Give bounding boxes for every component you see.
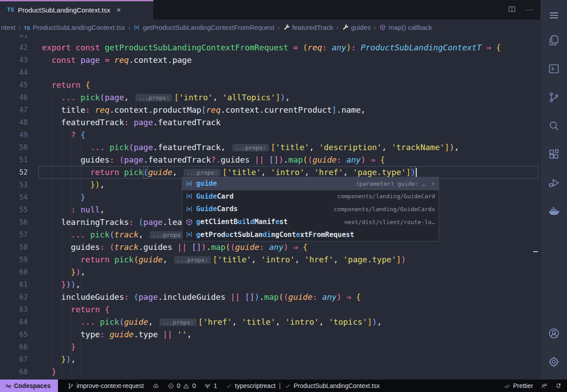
code-line-59[interactable]: 59 return pick(guide, ...props:['title',… — [0, 253, 540, 266]
line-number[interactable]: 50 — [0, 141, 28, 154]
line-number[interactable]: 41 — [0, 35, 28, 41]
token: ?. — [211, 154, 221, 166]
codespaces-badge[interactable]: ><Codespaces — [0, 380, 58, 392]
close-tab-icon[interactable]: × — [116, 6, 121, 14]
line-number[interactable]: 43 — [0, 54, 28, 66]
tab-productsublandingcontext[interactable]: TS ProductSubLandingContext.tsx × — [0, 0, 153, 20]
language-status[interactable]: typescriptreact|ProductSubLandingContext… — [226, 382, 380, 389]
line-number[interactable]: 51 — [0, 154, 28, 166]
line-number[interactable]: 63 — [0, 303, 28, 316]
token — [173, 241, 177, 253]
code-line-46[interactable]: 46 ... pick(page, ...props:['intro', 'al… — [0, 91, 540, 104]
code-line-47[interactable]: 47 title: req.context.productMap[req.con… — [0, 104, 540, 116]
line-number[interactable]: 42 — [0, 41, 28, 54]
terminal-icon[interactable] — [541, 54, 567, 83]
code-line-44[interactable]: 44 — [0, 66, 540, 79]
line-number[interactable]: 68 — [0, 366, 28, 378]
code-line-60[interactable]: 60 }), — [0, 266, 540, 278]
line-number[interactable]: 47 — [0, 104, 28, 116]
ports[interactable]: 1 — [204, 382, 217, 389]
line-number[interactable]: 57 — [0, 229, 28, 241]
line-number[interactable]: 61 — [0, 278, 28, 291]
token: .featuredTrack — [153, 116, 221, 129]
line-number[interactable]: 49 — [0, 129, 28, 141]
token: ... — [90, 141, 109, 154]
token: ) — [66, 353, 71, 366]
token: ProductSubLandingContextT — [361, 41, 481, 54]
publish-changes[interactable] — [152, 383, 159, 389]
line-number[interactable]: 60 — [0, 266, 28, 278]
code-line-48[interactable]: 48 featuredTrack: page.featuredTrack — [0, 116, 540, 129]
code-line-63[interactable]: 63 return { — [0, 303, 540, 316]
line-number[interactable]: 56 — [0, 216, 28, 229]
split-editor-icon[interactable] — [508, 5, 516, 15]
formatter[interactable]: Prettier — [504, 382, 533, 389]
docker-icon[interactable] — [541, 197, 567, 225]
line-number[interactable]: 59 — [0, 253, 28, 266]
token: [ — [198, 316, 203, 328]
token: ] — [275, 91, 280, 104]
breadcrumb-item[interactable]: ntext — [1, 24, 16, 31]
line-number[interactable]: 62 — [0, 291, 28, 303]
token: guides — [81, 154, 110, 166]
line-number[interactable]: 52 — [0, 166, 28, 179]
code-line-45[interactable]: 45 return { — [0, 79, 540, 91]
breadcrumb-item[interactable]: guides — [342, 24, 371, 31]
code-line-51[interactable]: 51 guides: (page.featuredTrack?.guides |… — [0, 154, 540, 166]
token: , — [221, 141, 230, 154]
code-text: return { — [42, 79, 90, 91]
breadcrumb-item[interactable]: TSProductSubLandingContext.tsx — [24, 24, 125, 31]
suggest-item[interactable]: GuideCardcomponents/landing/GuideCard — [182, 190, 439, 203]
git-branch[interactable]: improve-context-request — [67, 382, 144, 389]
code-line-61[interactable]: 61 })), — [0, 278, 540, 291]
suggest-item[interactable]: GuideCardscomponents/landing/GuideCards — [182, 203, 439, 216]
token: ( — [308, 154, 312, 166]
line-number[interactable]: 58 — [0, 241, 28, 253]
account-icon[interactable] — [541, 319, 567, 347]
notifications[interactable] — [555, 383, 562, 389]
code-line-42[interactable]: 42export const getProductSubLandingConte… — [0, 41, 540, 54]
token: .lea — [163, 216, 182, 229]
extensions-icon[interactable] — [541, 140, 567, 168]
suggest-item[interactable]: getProductSubLandingContextFromRequest — [182, 228, 439, 241]
menu-icon[interactable] — [541, 4, 567, 26]
breadcrumb-item[interactable]: featuredTrack — [283, 24, 333, 31]
source-control-icon[interactable] — [541, 83, 567, 111]
code-line-43[interactable]: 43 const page = req.context.page — [0, 54, 540, 66]
code-line-67[interactable]: 67 }), — [0, 353, 540, 366]
code-line-68[interactable]: 68 } — [0, 366, 540, 378]
line-number[interactable]: 54 — [0, 191, 28, 204]
feedback[interactable] — [541, 383, 547, 389]
line-number[interactable]: 48 — [0, 116, 28, 129]
line-number[interactable]: 64 — [0, 316, 28, 328]
files-icon[interactable] — [541, 26, 567, 54]
line-number[interactable]: 44 — [0, 66, 28, 79]
line-number[interactable]: 65 — [0, 328, 28, 341]
token: 'intro' — [285, 316, 319, 328]
debug-icon[interactable] — [541, 168, 567, 197]
line-number[interactable]: 55 — [0, 204, 28, 216]
code-line-66[interactable]: 66 } — [0, 341, 540, 353]
breadcrumb-item[interactable]: getProductSubLandingContextFromRequest — [133, 24, 274, 31]
suggest-item[interactable]: getClientBuildManifestnext/dist/client/r… — [182, 216, 439, 229]
editor-more-actions-icon[interactable]: ··· — [525, 5, 534, 14]
suggest-expand-icon[interactable]: › — [431, 180, 435, 187]
token: : — [129, 216, 139, 229]
code-line-41[interactable]: 41 — [0, 35, 540, 41]
line-number[interactable]: 66 — [0, 341, 28, 353]
settings-icon[interactable] — [541, 347, 567, 376]
suggest-item[interactable]: guide(parameter) guide: …› — [182, 177, 439, 190]
line-number[interactable]: 53 — [0, 179, 28, 191]
line-number[interactable]: 45 — [0, 79, 28, 91]
code-line-64[interactable]: 64 ... pick(guide, ...props:['href', 'ti… — [0, 316, 540, 328]
code-line-65[interactable]: 65 type: guide.type || '', — [0, 328, 540, 341]
search-icon[interactable] — [541, 111, 567, 140]
problems[interactable]: 00 — [168, 382, 196, 389]
breadcrumb-item[interactable]: map() callback — [379, 24, 432, 31]
line-number[interactable]: 46 — [0, 91, 28, 104]
code-line-58[interactable]: 58 guides: (track.guides || []).map((gui… — [0, 241, 540, 253]
code-line-49[interactable]: 49 ? { — [0, 129, 540, 141]
code-line-62[interactable]: 62 includeGuides: (page.includeGuides ||… — [0, 291, 540, 303]
code-line-50[interactable]: 50 ... pick(page.featuredTrack, ...props… — [0, 141, 540, 154]
line-number[interactable]: 67 — [0, 353, 28, 366]
